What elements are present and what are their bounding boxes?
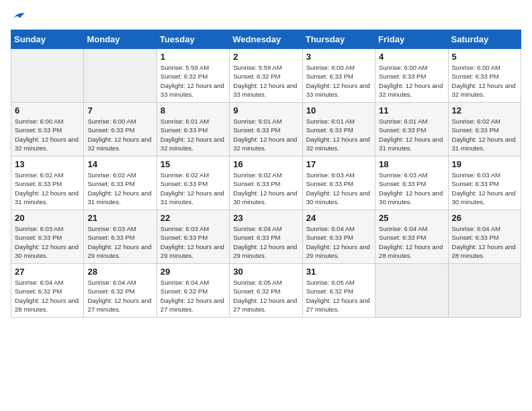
day-number: 13 <box>15 159 80 169</box>
calendar-cell: 30Sunrise: 6:05 AM Sunset: 6:32 PM Dayli… <box>230 264 302 318</box>
day-info: Sunrise: 6:04 AM Sunset: 6:33 PM Dayligh… <box>379 224 444 260</box>
logo <box>11 11 27 21</box>
day-number: 19 <box>452 159 517 169</box>
calendar-cell: 21Sunrise: 6:03 AM Sunset: 6:33 PM Dayli… <box>84 210 157 264</box>
day-number: 25 <box>379 213 444 223</box>
day-info: Sunrise: 6:00 AM Sunset: 6:33 PM Dayligh… <box>452 63 517 99</box>
calendar-week-row: 6Sunrise: 6:00 AM Sunset: 6:33 PM Daylig… <box>11 103 521 156</box>
day-number: 12 <box>452 105 517 116</box>
calendar-cell: 25Sunrise: 6:04 AM Sunset: 6:33 PM Dayli… <box>375 210 448 264</box>
day-info: Sunrise: 6:04 AM Sunset: 6:33 PM Dayligh… <box>306 224 371 260</box>
day-number: 29 <box>161 267 226 277</box>
day-info: Sunrise: 6:00 AM Sunset: 6:33 PM Dayligh… <box>306 63 371 99</box>
day-number: 8 <box>161 105 226 116</box>
day-number: 6 <box>15 105 80 116</box>
day-number: 31 <box>306 267 371 277</box>
calendar-cell: 11Sunrise: 6:01 AM Sunset: 6:33 PM Dayli… <box>375 103 448 156</box>
day-number: 3 <box>306 52 371 62</box>
calendar-week-row: 27Sunrise: 6:04 AM Sunset: 6:32 PM Dayli… <box>11 264 521 318</box>
calendar-day-header: Wednesday <box>230 30 302 49</box>
calendar-day-header: Sunday <box>11 30 84 49</box>
day-info: Sunrise: 6:02 AM Sunset: 6:33 PM Dayligh… <box>161 171 226 206</box>
day-info: Sunrise: 6:01 AM Sunset: 6:33 PM Dayligh… <box>161 117 226 152</box>
day-info: Sunrise: 6:03 AM Sunset: 6:33 PM Dayligh… <box>15 224 80 260</box>
calendar-cell: 14Sunrise: 6:02 AM Sunset: 6:33 PM Dayli… <box>84 156 157 210</box>
calendar-cell: 6Sunrise: 6:00 AM Sunset: 6:33 PM Daylig… <box>11 103 84 156</box>
day-info: Sunrise: 6:04 AM Sunset: 6:33 PM Dayligh… <box>233 224 298 260</box>
day-number: 27 <box>15 267 80 277</box>
day-info: Sunrise: 6:01 AM Sunset: 6:33 PM Dayligh… <box>233 117 298 152</box>
calendar-cell: 29Sunrise: 6:04 AM Sunset: 6:32 PM Dayli… <box>157 264 229 318</box>
day-number: 11 <box>379 105 444 116</box>
calendar-cell: 24Sunrise: 6:04 AM Sunset: 6:33 PM Dayli… <box>302 210 375 264</box>
day-info: Sunrise: 6:00 AM Sunset: 6:33 PM Dayligh… <box>15 117 80 152</box>
day-info: Sunrise: 6:02 AM Sunset: 6:33 PM Dayligh… <box>87 171 152 206</box>
day-number: 1 <box>161 52 226 62</box>
calendar-cell <box>448 264 521 318</box>
calendar-day-header: Monday <box>84 30 157 49</box>
calendar-cell: 28Sunrise: 6:04 AM Sunset: 6:32 PM Dayli… <box>84 264 157 318</box>
day-number: 26 <box>452 213 517 223</box>
day-number: 23 <box>233 213 298 223</box>
day-info: Sunrise: 6:05 AM Sunset: 6:32 PM Dayligh… <box>306 278 371 314</box>
calendar-cell: 20Sunrise: 6:03 AM Sunset: 6:33 PM Dayli… <box>11 210 84 264</box>
calendar-cell: 22Sunrise: 6:03 AM Sunset: 6:33 PM Dayli… <box>157 210 229 264</box>
day-info: Sunrise: 6:01 AM Sunset: 6:33 PM Dayligh… <box>379 117 444 152</box>
calendar-table: SundayMondayTuesdayWednesdayThursdayFrid… <box>11 30 521 318</box>
calendar-day-header: Tuesday <box>157 30 229 49</box>
calendar-week-row: 1Sunrise: 5:59 AM Sunset: 6:32 PM Daylig… <box>11 49 521 103</box>
day-info: Sunrise: 6:03 AM Sunset: 6:33 PM Dayligh… <box>379 171 444 206</box>
calendar-cell: 13Sunrise: 6:02 AM Sunset: 6:33 PM Dayli… <box>11 156 84 210</box>
calendar-week-row: 20Sunrise: 6:03 AM Sunset: 6:33 PM Dayli… <box>11 210 521 264</box>
day-info: Sunrise: 6:01 AM Sunset: 6:33 PM Dayligh… <box>306 117 371 152</box>
page-header <box>11 11 521 21</box>
calendar-cell: 19Sunrise: 6:03 AM Sunset: 6:33 PM Dayli… <box>448 156 521 210</box>
calendar-day-header: Friday <box>375 30 448 49</box>
calendar-cell: 27Sunrise: 6:04 AM Sunset: 6:32 PM Dayli… <box>11 264 84 318</box>
day-number: 22 <box>161 213 226 223</box>
day-info: Sunrise: 5:59 AM Sunset: 6:32 PM Dayligh… <box>161 63 226 99</box>
day-number: 14 <box>87 159 152 169</box>
day-info: Sunrise: 6:05 AM Sunset: 6:32 PM Dayligh… <box>233 278 298 314</box>
day-info: Sunrise: 6:02 AM Sunset: 6:33 PM Dayligh… <box>15 171 80 206</box>
day-number: 2 <box>233 52 298 62</box>
day-number: 16 <box>233 159 298 169</box>
day-info: Sunrise: 6:00 AM Sunset: 6:33 PM Dayligh… <box>87 117 152 152</box>
calendar-cell: 15Sunrise: 6:02 AM Sunset: 6:33 PM Dayli… <box>157 156 229 210</box>
day-number: 9 <box>233 105 298 116</box>
calendar-cell: 2Sunrise: 5:59 AM Sunset: 6:32 PM Daylig… <box>230 49 302 103</box>
day-number: 5 <box>452 52 517 62</box>
calendar-cell: 9Sunrise: 6:01 AM Sunset: 6:33 PM Daylig… <box>230 103 302 156</box>
day-info: Sunrise: 6:04 AM Sunset: 6:33 PM Dayligh… <box>452 224 517 260</box>
calendar-cell: 7Sunrise: 6:00 AM Sunset: 6:33 PM Daylig… <box>84 103 157 156</box>
day-number: 28 <box>87 267 152 277</box>
calendar-cell: 31Sunrise: 6:05 AM Sunset: 6:32 PM Dayli… <box>302 264 375 318</box>
calendar-cell: 4Sunrise: 6:00 AM Sunset: 6:33 PM Daylig… <box>375 49 448 103</box>
calendar-cell: 18Sunrise: 6:03 AM Sunset: 6:33 PM Dayli… <box>375 156 448 210</box>
calendar-cell: 1Sunrise: 5:59 AM Sunset: 6:32 PM Daylig… <box>157 49 229 103</box>
logo-bird-icon <box>12 11 26 21</box>
day-number: 30 <box>233 267 298 277</box>
day-info: Sunrise: 6:03 AM Sunset: 6:33 PM Dayligh… <box>161 224 226 260</box>
day-number: 7 <box>87 105 152 116</box>
calendar-cell: 8Sunrise: 6:01 AM Sunset: 6:33 PM Daylig… <box>157 103 229 156</box>
day-number: 24 <box>306 213 371 223</box>
calendar-header-row: SundayMondayTuesdayWednesdayThursdayFrid… <box>11 30 521 49</box>
day-info: Sunrise: 6:04 AM Sunset: 6:32 PM Dayligh… <box>161 278 226 314</box>
calendar-cell: 3Sunrise: 6:00 AM Sunset: 6:33 PM Daylig… <box>302 49 375 103</box>
day-info: Sunrise: 6:04 AM Sunset: 6:32 PM Dayligh… <box>15 278 80 314</box>
calendar-cell <box>11 49 84 103</box>
calendar-day-header: Thursday <box>302 30 375 49</box>
calendar-cell <box>84 49 157 103</box>
day-number: 18 <box>379 159 444 169</box>
day-info: Sunrise: 6:03 AM Sunset: 6:33 PM Dayligh… <box>306 171 371 206</box>
calendar-cell <box>375 264 448 318</box>
day-number: 17 <box>306 159 371 169</box>
day-number: 15 <box>161 159 226 169</box>
day-info: Sunrise: 6:02 AM Sunset: 6:33 PM Dayligh… <box>452 117 517 152</box>
day-info: Sunrise: 6:03 AM Sunset: 6:33 PM Dayligh… <box>452 171 517 206</box>
calendar-cell: 17Sunrise: 6:03 AM Sunset: 6:33 PM Dayli… <box>302 156 375 210</box>
day-number: 4 <box>379 52 444 62</box>
calendar-cell: 12Sunrise: 6:02 AM Sunset: 6:33 PM Dayli… <box>448 103 521 156</box>
calendar-cell: 23Sunrise: 6:04 AM Sunset: 6:33 PM Dayli… <box>230 210 302 264</box>
